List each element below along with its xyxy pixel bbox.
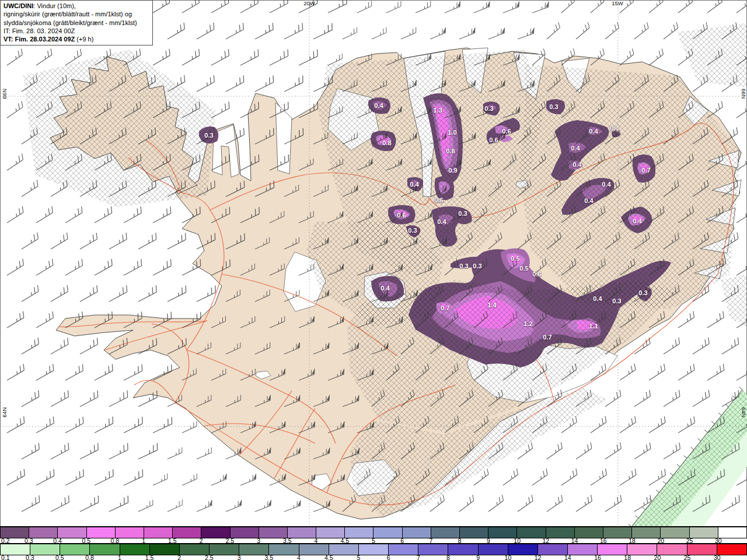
precip-value-label: 1.2 bbox=[523, 320, 532, 327]
colorbar-cell bbox=[718, 527, 746, 538]
precip-value-label: 0.3 bbox=[549, 103, 558, 110]
precip-value-label: 0.9 bbox=[448, 167, 457, 174]
colorbar-tick-label: 9 bbox=[476, 555, 480, 560]
precip-value-label: 0.7 bbox=[441, 304, 449, 312]
colorbar-cell bbox=[717, 544, 746, 555]
colorbar-cell bbox=[479, 544, 508, 555]
precip-value-label: 0.4 bbox=[602, 181, 610, 188]
latitude-label: 64N bbox=[741, 407, 747, 417]
colorbar-cell bbox=[345, 527, 374, 538]
colorbar-cell bbox=[87, 527, 116, 538]
precip-value-label: 0.3 bbox=[459, 262, 468, 270]
colorbar-cell bbox=[288, 527, 316, 538]
legend-line-3: slydda/snjókoma (grátt/bleikt/grænt - mm… bbox=[4, 19, 149, 27]
precip-value-label: 0.8 bbox=[382, 139, 391, 146]
legend-line-5: VT: Fim. 28.03.2024 09Z (+9 h) bbox=[4, 35, 149, 43]
colorbar-cell bbox=[239, 544, 269, 555]
sleet-colorbar-cells bbox=[0, 543, 747, 555]
colorbar-cell bbox=[508, 544, 538, 555]
colorbar-cell bbox=[58, 527, 86, 538]
precip-value-label: 0.5 bbox=[511, 255, 519, 262]
colorbar-cell bbox=[538, 544, 568, 555]
colorbar-cell bbox=[269, 544, 299, 555]
latitude-label: 66N bbox=[741, 89, 747, 99]
colorbar-tick-label: 7 bbox=[417, 555, 420, 560]
legend-line-4: IT: Fim. 28. 03. 2024 00Z bbox=[4, 27, 149, 35]
precip-value-label: 0.8 bbox=[446, 148, 455, 155]
precip-value-label: 0.3 bbox=[484, 105, 493, 112]
precip-value-label: 0.3 bbox=[408, 227, 417, 234]
colorbar-cell bbox=[568, 544, 598, 555]
colorbar-tick-label: 4 bbox=[297, 555, 301, 560]
colorbar-tick-label: 3 bbox=[238, 555, 241, 560]
colorbar-cell bbox=[144, 527, 173, 538]
colorbar-cell bbox=[180, 544, 210, 555]
precip-value-label: 1.1 bbox=[589, 323, 598, 330]
colorbar-tick-label: 30 bbox=[714, 555, 721, 560]
rain-colorbar: 0.20.30.40.50.811.522.533.544.5567891012… bbox=[0, 526, 747, 543]
colorbar-cell bbox=[259, 527, 288, 538]
precip-value-label: 0.4 bbox=[437, 218, 446, 225]
colorbar-cell bbox=[374, 527, 402, 538]
forecast-legend: UWC/DINI: Vindur (10m), rigning/skúrir (… bbox=[0, 0, 153, 46]
colorbar-tick-label: 25 bbox=[684, 555, 691, 560]
colorbar-tick-label: 5 bbox=[357, 555, 360, 560]
colorbar-cell bbox=[546, 527, 575, 538]
colorbar-tick-label: 0.8 bbox=[85, 555, 94, 560]
colorbar-tick-label: 18 bbox=[624, 555, 631, 560]
colorbar-tick-label: 0.3 bbox=[26, 555, 34, 560]
colorbar-cell bbox=[448, 544, 478, 555]
colorbar-cell bbox=[575, 527, 603, 538]
colorbar-cell bbox=[632, 527, 661, 538]
precip-value-label: 0.4 bbox=[610, 125, 619, 132]
precip-value-label: 0.7 bbox=[543, 334, 551, 341]
colorbar-cell bbox=[201, 527, 230, 538]
colorbar-tick-label: 14 bbox=[564, 555, 571, 560]
colorbar-cell bbox=[60, 544, 90, 555]
colorbar-tick-label: 12 bbox=[535, 555, 542, 560]
precip-value-label: 0.3 bbox=[612, 298, 621, 304]
colorbar-cell bbox=[598, 544, 627, 555]
colorbar-cell bbox=[517, 527, 546, 538]
precip-value-label: 0.4 bbox=[593, 295, 602, 302]
weather-map: UWC/DINI: Vindur (10m), rigning/skúrir (… bbox=[0, 0, 747, 560]
precip-value-label: 1.3 bbox=[433, 107, 442, 114]
precip-value-label: 0.6 bbox=[397, 212, 406, 219]
colorbar-cell bbox=[488, 527, 517, 538]
colorbar-cell bbox=[687, 544, 717, 555]
longitude-label: 15W bbox=[612, 0, 623, 6]
precip-value-label: 0.3 bbox=[638, 289, 647, 296]
colorbar-cell bbox=[29, 527, 58, 538]
colorbar-cell bbox=[359, 544, 389, 555]
colorbar-cell bbox=[603, 527, 632, 538]
precip-value-label: 0.4 bbox=[633, 218, 641, 225]
precip-value-label: 0.3 bbox=[204, 132, 213, 139]
colorbar-cell bbox=[316, 527, 345, 538]
colorbar-cell bbox=[1, 544, 30, 555]
precip-value-label: 0.3 bbox=[473, 262, 481, 270]
precip-value-label: 1.4 bbox=[487, 302, 496, 309]
rain-colorbar-labels: 0.20.30.40.50.811.522.533.544.5567891012… bbox=[0, 538, 747, 543]
precip-value-label: 0.6 bbox=[434, 197, 443, 204]
latitude-label: 64N bbox=[1, 407, 8, 417]
precip-value-label: 1.0 bbox=[448, 129, 456, 136]
colorbar-cell bbox=[116, 527, 144, 538]
latitude-label: 66N bbox=[1, 89, 8, 99]
colorbar-cell bbox=[431, 527, 460, 538]
colorbar-cell bbox=[418, 544, 448, 555]
colorbar-tick-label: 10 bbox=[505, 555, 512, 560]
colorbar-tick-label: 16 bbox=[594, 555, 601, 560]
precip-value-label: 0.4 bbox=[374, 102, 383, 109]
colorbar-cell bbox=[90, 544, 120, 555]
colorbar-cell bbox=[661, 527, 689, 538]
map-canvas bbox=[0, 0, 747, 527]
colorbar-tick-label: 20 bbox=[654, 555, 661, 560]
colorbar-tick-label: 4.5 bbox=[324, 555, 333, 560]
precip-value-label: 0.5 bbox=[519, 265, 528, 272]
precip-value-label: 0.4 bbox=[573, 161, 581, 168]
sleet-colorbar: 0.10.30.50.811.522.533.544.5567891012141… bbox=[0, 543, 747, 560]
colorbar-cell bbox=[1, 527, 29, 538]
colorbar-tick-label: 1.5 bbox=[145, 555, 154, 560]
legend-line-1: UWC/DINI: Vindur (10m), bbox=[4, 2, 149, 10]
colorbar-tick-label: 0.1 bbox=[1, 555, 10, 560]
